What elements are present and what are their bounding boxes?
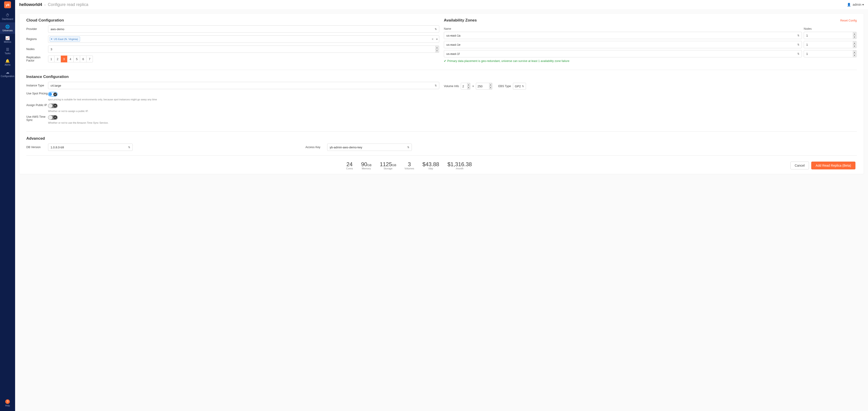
sidebar: yB ⏱ Dashboard 🌐 Universes 📈 Metrics ☰ T… <box>0 0 15 411</box>
stepper-down-icon[interactable]: ▼ <box>853 54 856 57</box>
az-nodes-input-1[interactable]: 1 ▲▼ <box>804 41 857 48</box>
access-key-value: yb-admin-aws-demo-key <box>330 146 362 149</box>
logo[interactable]: yB <box>0 0 15 9</box>
rf-1[interactable]: 1 <box>48 56 55 62</box>
az-title: Availability Zones <box>444 18 477 23</box>
dashboard-icon: ⏱ <box>6 13 9 18</box>
stat-label: Volumes <box>404 167 414 170</box>
access-key-select[interactable]: yb-admin-aws-demo-key ⇅ <box>327 143 412 151</box>
user-menu[interactable]: 👤 admin ▾ <box>847 3 864 6</box>
nav-label: Alerts <box>5 64 10 66</box>
cancel-button[interactable]: Cancel <box>790 162 809 169</box>
db-version-label: DB Version <box>26 146 48 149</box>
stepper-down-icon[interactable]: ▼ <box>467 86 470 89</box>
nav-universes[interactable]: 🌐 Universes <box>0 23 15 34</box>
az-nodes-value: 1 <box>806 43 808 46</box>
az-nodes-input-2[interactable]: 1 ▲▼ <box>804 50 857 57</box>
rf-2[interactable]: 2 <box>55 56 61 62</box>
rf-7[interactable]: 7 <box>87 56 93 62</box>
nav-label: Configuration <box>1 75 14 77</box>
select-arrow-icon: ⇅ <box>407 146 409 149</box>
select-arrow-icon: ⇅ <box>435 28 437 31</box>
rf-6[interactable]: 6 <box>80 56 87 62</box>
breadcrumb: helloworld4 › Configure read replica <box>19 2 88 7</box>
regions-input[interactable]: × US East (N. Virginia) × ▾ <box>48 35 439 43</box>
stepper-down-icon[interactable]: ▼ <box>489 86 492 89</box>
nav-dashboard[interactable]: ⏱ Dashboard <box>0 11 15 23</box>
toggle-x-icon: ✕ <box>53 115 57 119</box>
spot-pricing-toggle[interactable]: ✕ <box>48 92 58 97</box>
az-zone-select-0[interactable]: us-east-1a ⇅ <box>444 32 802 39</box>
rf-4[interactable]: 4 <box>67 56 74 62</box>
rf-5[interactable]: 5 <box>74 56 80 62</box>
stepper-up-icon[interactable]: ▲ <box>853 41 856 44</box>
az-zone-select-1[interactable]: us-east-1e ⇅ <box>444 41 802 48</box>
nav-alerts[interactable]: 🔔 Alerts <box>0 57 15 68</box>
geo-redundancy-note: ✔Primary data placement is geo-redundant… <box>444 59 857 63</box>
volume-count-input[interactable]: 2 ▲ ▼ <box>461 83 470 90</box>
help-icon: ? <box>5 399 10 404</box>
az-nodes-label: Nodes <box>804 27 857 30</box>
add-read-replica-button[interactable]: Add Read Replica (Beta) <box>811 162 856 169</box>
stat-label: Memory <box>361 167 372 170</box>
nodes-input[interactable]: 3 ▲ ▼ <box>48 45 439 53</box>
user-icon: 👤 <box>847 3 851 6</box>
stepper-down-icon[interactable]: ▼ <box>853 35 856 39</box>
remove-tag-icon[interactable]: × <box>51 37 52 41</box>
toggle-x-icon: ✕ <box>53 93 57 96</box>
universe-name[interactable]: helloworld4 <box>19 2 42 7</box>
nav-configuration[interactable]: ☁ Configuration <box>0 68 15 79</box>
timesync-label: Use AWS Time Sync <box>26 115 48 122</box>
tasks-icon: ☰ <box>6 47 9 52</box>
topbar: helloworld4 › Configure read replica 👤 a… <box>15 0 868 9</box>
db-version-select[interactable]: 1.0.8.0-b9 ⇅ <box>48 143 133 151</box>
rf-3[interactable]: 3 <box>61 56 67 62</box>
instance-type-select[interactable]: c4.large ⇅ <box>48 82 439 89</box>
toggle-knob <box>49 93 52 96</box>
stepper-down-icon[interactable]: ▼ <box>435 49 439 53</box>
nav-tasks[interactable]: ☰ Tasks <box>0 45 15 57</box>
stepper-up-icon[interactable]: ▲ <box>435 46 439 49</box>
nav-metrics[interactable]: 📈 Metrics <box>0 34 15 45</box>
geo-note-text: Primary data placement is geo-redundant,… <box>447 60 569 63</box>
az-nodes-value: 1 <box>806 34 808 37</box>
stat-value: $43.88 <box>422 161 439 167</box>
reset-config-link[interactable]: Reset Config <box>840 19 857 22</box>
az-zone-select-2[interactable]: us-east-1f ⇅ <box>444 50 802 57</box>
stepper-up-icon[interactable]: ▲ <box>467 83 470 86</box>
ebs-type-select[interactable]: GP2 ⇅ <box>513 83 526 90</box>
stat-value: 90 <box>361 161 367 167</box>
bell-icon: 🔔 <box>5 59 10 63</box>
select-arrow-icon: ⇅ <box>435 84 437 87</box>
public-ip-label: Assign Public IP <box>26 104 48 107</box>
chevron-down-icon[interactable]: ▾ <box>436 38 438 41</box>
page-title: Configure read replica <box>48 2 88 7</box>
clear-regions-icon[interactable]: × <box>432 37 434 41</box>
az-nodes-input-0[interactable]: 1 ▲▼ <box>804 32 857 39</box>
stat-value: 24 <box>346 161 352 167</box>
stat-volumes: 3 Volumes <box>404 161 414 170</box>
nav-label: Metrics <box>4 41 11 43</box>
globe-icon: 🌐 <box>5 25 10 29</box>
provider-select[interactable]: aws-demo ⇅ <box>48 25 439 33</box>
stepper-up-icon[interactable]: ▲ <box>853 32 856 35</box>
stat-value: 3 <box>408 161 411 167</box>
stat-label: Cores <box>346 167 353 170</box>
nav-help[interactable]: ? Help <box>0 397 15 409</box>
stat-day-cost: $43.88 /day <box>422 161 439 170</box>
stepper-up-icon[interactable]: ▲ <box>853 50 856 54</box>
instance-type-label: Instance Type <box>26 84 48 87</box>
use-spot-label: Use Spot Pricing <box>26 92 48 95</box>
stepper-down-icon[interactable]: ▼ <box>853 44 856 48</box>
rf-label: Replication Factor <box>26 56 48 62</box>
volume-size-input[interactable]: 250 ▲ ▼ <box>476 83 492 90</box>
toggle-knob <box>48 115 52 119</box>
nav-label: Dashboard <box>2 18 13 20</box>
volume-info-label: Volume Info <box>444 84 459 88</box>
region-tag-label: US East (N. Virginia) <box>54 38 78 40</box>
stepper-up-icon[interactable]: ▲ <box>489 83 492 86</box>
region-tag: × US East (N. Virginia) <box>50 37 80 42</box>
timesync-toggle[interactable]: ✕ <box>48 115 58 120</box>
public-ip-toggle[interactable]: ✕ <box>48 104 58 108</box>
stat-value: $1,316.38 <box>447 161 472 167</box>
